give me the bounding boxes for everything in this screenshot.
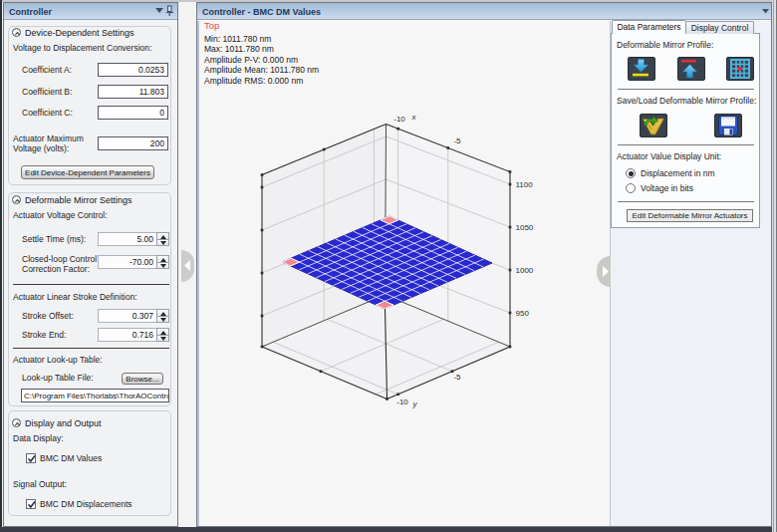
svg-text:-10: -10 — [396, 398, 408, 406]
svg-text:1050: 1050 — [516, 223, 534, 232]
svg-text:1000: 1000 — [516, 266, 534, 275]
svg-text:1100: 1100 — [516, 180, 534, 189]
svg-text:-5: -5 — [453, 373, 461, 382]
svg-text:950: 950 — [516, 309, 530, 318]
svg-text:x: x — [411, 113, 417, 122]
svg-text:-5: -5 — [453, 136, 461, 145]
svg-text:y: y — [412, 399, 418, 408]
svg-text:-10: -10 — [393, 115, 405, 124]
